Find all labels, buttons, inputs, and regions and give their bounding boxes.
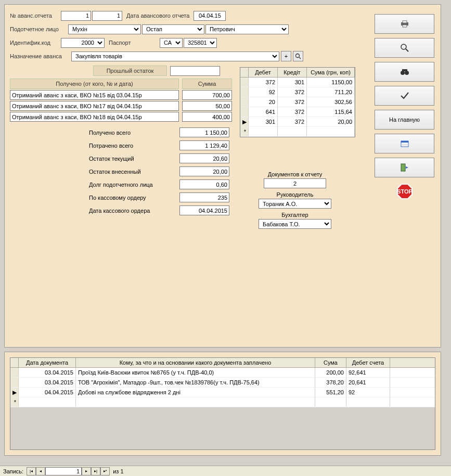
cell-debit[interactable]: 301 xyxy=(249,117,278,126)
cell-credit[interactable]: 372 xyxy=(278,87,307,97)
summary-value-input[interactable] xyxy=(179,166,229,176)
patronymic-select[interactable]: Петрович xyxy=(205,24,289,34)
summary-value-input[interactable] xyxy=(179,179,229,189)
record-label: Запись: xyxy=(3,468,23,474)
cell-credit[interactable]: 372 xyxy=(278,117,307,126)
calendar-icon xyxy=(401,140,409,147)
svg-rect-9 xyxy=(402,69,407,71)
row-marker xyxy=(10,368,19,377)
summary-label: Потрачено всего xyxy=(88,143,179,149)
confirm-button[interactable] xyxy=(375,86,434,106)
received-desc-input[interactable] xyxy=(10,112,179,122)
cell-sum[interactable]: 711,20 xyxy=(307,87,355,97)
cell-amount[interactable]: 200,00 xyxy=(315,368,346,377)
row-marker xyxy=(240,97,249,107)
received-desc-input[interactable] xyxy=(10,90,179,100)
record-of-label: из 1 xyxy=(113,468,123,474)
svg-rect-3 xyxy=(403,21,407,23)
report-no-2[interactable] xyxy=(92,11,122,21)
search-purpose-button[interactable] xyxy=(293,51,303,61)
id-code-label: Идентифик.код xyxy=(10,40,61,46)
main-panel: № аванс.отчета Дата авансового отчета По… xyxy=(4,4,441,348)
cell-date[interactable]: 03.04.2015 xyxy=(19,368,76,377)
summary-label: Остаток текущий xyxy=(88,156,179,162)
summary-label: Долг подотчетного лица xyxy=(88,182,179,188)
cell-debit[interactable]: 641 xyxy=(249,107,278,117)
summary-value-input[interactable] xyxy=(179,153,229,163)
svg-text:STOP: STOP xyxy=(397,188,413,195)
summary-value-input[interactable] xyxy=(179,205,229,215)
received-sum-input[interactable] xyxy=(182,101,232,111)
col-amount: Сума xyxy=(315,358,346,367)
col-debit-account: Дебет счета xyxy=(346,358,390,367)
report-date-input[interactable] xyxy=(194,11,226,21)
expense-grid[interactable]: Дата документа Кому, за что и на основан… xyxy=(10,357,435,450)
row-marker xyxy=(240,87,249,97)
nav-next-button[interactable]: ▸ xyxy=(82,467,91,475)
cell-amount[interactable]: 378,20 xyxy=(315,378,346,387)
cell-sum[interactable]: 302,56 xyxy=(307,97,355,107)
lastname-select[interactable]: Мухін xyxy=(68,24,141,34)
cell-credit[interactable]: 301 xyxy=(278,78,307,87)
report-no-1[interactable] xyxy=(61,11,91,21)
nav-first-button[interactable]: |◂ xyxy=(27,467,36,475)
row-marker xyxy=(240,107,249,117)
home-button[interactable]: На главную xyxy=(375,110,434,130)
cell-debit-acc[interactable]: 92 xyxy=(346,388,390,397)
accountant-select[interactable]: Бабакова Т.О. xyxy=(259,219,331,229)
debit-credit-grid[interactable]: Дебет Кредіт Сума (грн, коп) 3723011150,… xyxy=(240,67,355,137)
magnifier-icon xyxy=(295,53,301,59)
nav-last-button[interactable]: ▸| xyxy=(91,467,100,475)
preview-button[interactable] xyxy=(375,38,434,58)
col-description: Кому, за что и на основании какого докум… xyxy=(76,358,315,367)
received-desc-input[interactable] xyxy=(10,101,179,111)
cell-sum[interactable]: 115,64 xyxy=(307,107,355,117)
received-header-sum: Сумма xyxy=(182,79,232,89)
cell-sum[interactable]: 20,00 xyxy=(307,117,355,126)
cell-debit[interactable]: 20 xyxy=(249,97,278,107)
add-purpose-button[interactable]: + xyxy=(281,51,291,61)
id-code-select[interactable]: 2000 xyxy=(61,38,105,48)
cell-debit-acc[interactable]: 20,641 xyxy=(346,378,390,387)
cell-desc[interactable]: Проїзд Київ-Васюки квиток №8765 (у т.ч. … xyxy=(76,368,315,377)
manager-select[interactable]: Тораник А.О. xyxy=(259,199,331,209)
passport-series-select[interactable]: СА xyxy=(160,38,183,48)
cell-sum[interactable]: 1150,00 xyxy=(307,78,355,87)
firstname-select[interactable]: Остап xyxy=(142,24,204,34)
report-date-label: Дата авансового отчета xyxy=(126,12,189,19)
cell-desc[interactable]: ТОВ "Агрохімія", Матадор -9шт., тов.чек … xyxy=(76,378,315,387)
summary-value-input[interactable] xyxy=(179,192,229,202)
cell-date[interactable]: 04.04.2015 xyxy=(19,388,76,397)
new-row-marker: * xyxy=(10,397,19,407)
stop-button[interactable]: STOP xyxy=(375,182,434,201)
summary-value-input[interactable] xyxy=(179,140,229,150)
svg-point-7 xyxy=(401,71,405,75)
documents-panel: Документов к отчету Руководитель Тораник… xyxy=(243,171,347,229)
purpose-select[interactable]: Закупівля товарів xyxy=(71,52,279,61)
magnifier-icon xyxy=(401,44,409,52)
record-position-input[interactable] xyxy=(45,467,82,475)
cell-date[interactable]: 03.04.2015 xyxy=(19,378,76,387)
cell-credit[interactable]: 372 xyxy=(278,107,307,117)
find-button[interactable] xyxy=(375,62,434,82)
printer-icon xyxy=(400,20,409,28)
cell-desc[interactable]: Добові на службове відрядження 2 дні xyxy=(76,388,315,397)
print-button[interactable] xyxy=(375,14,434,34)
prev-balance-input[interactable] xyxy=(170,66,220,76)
exit-button[interactable] xyxy=(375,158,434,177)
received-sum-input[interactable] xyxy=(182,112,232,122)
calendar-button[interactable] xyxy=(375,134,434,153)
cell-debit-acc[interactable]: 92,641 xyxy=(346,368,390,377)
cell-credit[interactable]: 372 xyxy=(278,97,307,107)
checkmark-icon xyxy=(400,91,409,100)
summary-label: Дата кассового ордера xyxy=(88,208,179,214)
cell-debit[interactable]: 372 xyxy=(249,78,278,87)
passport-no-select[interactable]: 325801 xyxy=(184,38,217,48)
cell-debit[interactable]: 92 xyxy=(249,87,278,97)
nav-new-button[interactable]: ▸* xyxy=(100,467,110,475)
cell-amount[interactable]: 551,20 xyxy=(315,388,346,397)
nav-prev-button[interactable]: ◂ xyxy=(36,467,45,475)
received-sum-input[interactable] xyxy=(182,90,232,100)
attached-docs-input[interactable] xyxy=(264,178,326,188)
summary-value-input[interactable] xyxy=(179,127,229,137)
